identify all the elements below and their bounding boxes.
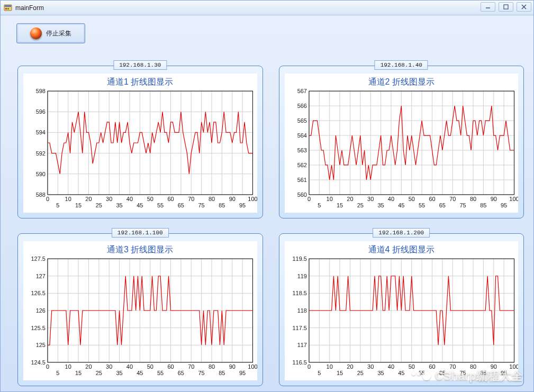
svg-text:30: 30: [106, 196, 112, 202]
svg-text:592: 592: [36, 150, 46, 157]
svg-text:15: 15: [336, 202, 342, 208]
chart-title: 通道3 折线图显示: [23, 241, 257, 257]
svg-text:80: 80: [469, 363, 476, 370]
svg-text:55: 55: [157, 370, 164, 376]
svg-text:50: 50: [408, 196, 414, 202]
svg-text:125.5: 125.5: [31, 325, 45, 331]
svg-text:35: 35: [116, 202, 122, 208]
svg-text:0: 0: [307, 196, 310, 202]
svg-text:40: 40: [387, 196, 394, 202]
svg-text:55: 55: [419, 202, 425, 208]
svg-text:85: 85: [480, 370, 486, 376]
svg-text:95: 95: [239, 370, 246, 376]
svg-text:55: 55: [419, 370, 425, 376]
window-title: mainForm: [15, 4, 44, 12]
svg-text:118: 118: [297, 307, 306, 314]
minimize-button[interactable]: [481, 2, 495, 12]
svg-text:45: 45: [398, 202, 404, 208]
chart-ch3: 通道3 折线图显示 124.5125125.5126126.5127127.50…: [23, 241, 257, 380]
svg-text:20: 20: [347, 196, 353, 202]
panel-ch3: 192.168.1.100 通道3 折线图显示 124.5125125.5126…: [17, 233, 263, 386]
svg-text:117: 117: [297, 342, 306, 348]
svg-text:561: 561: [297, 177, 306, 183]
app-icon: [4, 4, 12, 12]
svg-text:35: 35: [377, 202, 384, 208]
close-button[interactable]: [517, 2, 531, 12]
svg-text:15: 15: [75, 370, 82, 376]
chart-plot: 124.5125125.5126126.5127127.505101520253…: [23, 257, 257, 380]
svg-text:124.5: 124.5: [31, 359, 45, 366]
svg-text:40: 40: [126, 196, 133, 202]
svg-text:25: 25: [96, 202, 102, 208]
chart-ch4: 通道4 折线图显示 116.5117117.5118118.5119119.50…: [285, 241, 519, 380]
svg-text:50: 50: [147, 363, 153, 370]
chart-title: 通道2 折线图显示: [285, 74, 519, 89]
chart-grid: 192.168.1.30 通道1 折线图显示 58859059259459659…: [17, 66, 524, 386]
svg-text:85: 85: [219, 370, 225, 376]
svg-text:5: 5: [56, 202, 59, 208]
svg-text:126: 126: [36, 307, 46, 314]
svg-text:564: 564: [297, 132, 306, 139]
panel-ch4: 192.168.1.200 通道4 折线图显示 116.5117117.5118…: [279, 233, 524, 386]
svg-text:118.5: 118.5: [292, 290, 306, 296]
svg-text:20: 20: [85, 196, 92, 202]
titlebar: mainForm: [1, 1, 533, 15]
svg-text:590: 590: [36, 171, 46, 177]
svg-text:70: 70: [449, 196, 456, 202]
svg-text:50: 50: [147, 196, 153, 202]
svg-text:30: 30: [367, 196, 374, 202]
svg-text:80: 80: [209, 196, 215, 202]
svg-text:85: 85: [480, 202, 486, 208]
client-area: 停止采集 192.168.1.30 通道1 折线图显示 588590592594…: [1, 15, 533, 391]
svg-text:60: 60: [167, 196, 174, 202]
maximize-button[interactable]: [499, 2, 513, 12]
svg-text:75: 75: [198, 370, 205, 376]
svg-text:20: 20: [347, 363, 353, 370]
stop-capture-button[interactable]: 停止采集: [16, 23, 85, 43]
svg-text:596: 596: [36, 108, 46, 115]
svg-text:125: 125: [36, 342, 46, 348]
svg-text:127: 127: [36, 273, 46, 279]
svg-text:100: 100: [509, 363, 518, 370]
svg-rect-5: [504, 5, 508, 9]
chart-ch1: 通道1 折线图显示 588590592594596598051015202530…: [23, 74, 257, 213]
svg-text:562: 562: [297, 162, 306, 168]
panel-ip-label: 192.168.1.40: [375, 60, 428, 70]
svg-text:45: 45: [137, 202, 143, 208]
svg-text:30: 30: [367, 363, 374, 370]
svg-text:15: 15: [75, 202, 82, 208]
svg-text:588: 588: [36, 192, 46, 198]
svg-text:567: 567: [297, 89, 306, 94]
record-icon: [30, 28, 42, 39]
chart-plot: 116.5117117.5118118.5119119.505101520253…: [285, 257, 519, 380]
svg-text:90: 90: [229, 363, 236, 370]
svg-text:100: 100: [509, 196, 518, 202]
svg-text:10: 10: [326, 363, 332, 370]
chart-plot: 5885905925945965980510152025303540455055…: [23, 89, 257, 213]
svg-text:75: 75: [198, 202, 205, 208]
svg-text:40: 40: [126, 363, 133, 370]
panel-ip-label: 192.168.1.100: [112, 228, 169, 238]
svg-text:0: 0: [46, 196, 49, 202]
panel-ch1: 192.168.1.30 通道1 折线图显示 58859059259459659…: [17, 66, 263, 218]
svg-text:10: 10: [326, 196, 332, 202]
svg-text:5: 5: [318, 202, 321, 208]
svg-text:75: 75: [459, 202, 466, 208]
chart-title: 通道4 折线图显示: [285, 241, 519, 257]
svg-text:126.5: 126.5: [31, 290, 45, 296]
svg-text:119: 119: [297, 273, 306, 279]
svg-text:95: 95: [239, 202, 246, 208]
svg-text:127.5: 127.5: [31, 257, 45, 262]
svg-text:15: 15: [336, 370, 342, 376]
svg-text:117.5: 117.5: [292, 325, 306, 331]
svg-text:100: 100: [248, 363, 257, 370]
svg-text:65: 65: [439, 370, 445, 376]
svg-text:45: 45: [398, 370, 404, 376]
svg-text:95: 95: [501, 202, 507, 208]
svg-text:30: 30: [106, 363, 112, 370]
svg-text:90: 90: [490, 196, 496, 202]
svg-text:25: 25: [357, 202, 363, 208]
svg-text:594: 594: [36, 129, 46, 135]
svg-text:65: 65: [178, 370, 184, 376]
svg-text:90: 90: [490, 363, 496, 370]
